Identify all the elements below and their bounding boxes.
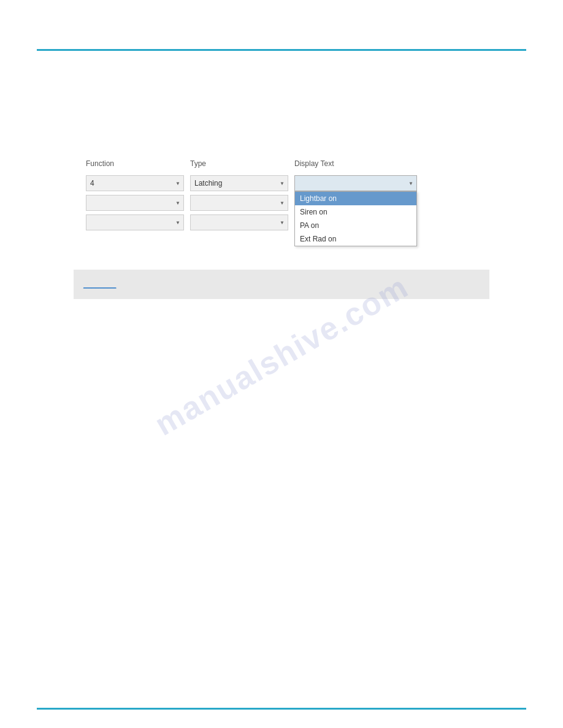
display-text-input-wrapper[interactable] [294, 175, 417, 191]
display-text-dropdown-container[interactable]: Lightbar on Siren on PA on Ext Rad on [294, 175, 417, 191]
display-text-label: Display Text [294, 159, 417, 168]
function-select-wrapper-1[interactable]: 4 1 2 3 5 [86, 175, 184, 191]
function-select-2[interactable]: 1 2 [86, 195, 184, 211]
footer-bar: ________ [74, 270, 489, 299]
type-select-1[interactable]: Latching Momentary Toggle [190, 175, 288, 191]
type-column-header: Type [190, 159, 288, 170]
display-text-dropdown[interactable]: Lightbar on Siren on PA on Ext Rad on [294, 191, 417, 246]
form-row-2: 1 2 Latching Momentary [86, 195, 491, 211]
form-row-1: 4 1 2 3 5 Latching Momentary Toggle [86, 175, 491, 191]
type-select-wrapper-1[interactable]: Latching Momentary Toggle [190, 175, 288, 191]
type-label: Type [190, 159, 288, 168]
dropdown-item-ext-rad-on[interactable]: Ext Rad on [295, 232, 416, 246]
function-select-wrapper-3[interactable]: 1 2 [86, 214, 184, 230]
function-select-wrapper-2[interactable]: 1 2 [86, 195, 184, 211]
function-select-3[interactable]: 1 2 [86, 214, 184, 230]
function-column-header: Function [86, 159, 184, 170]
type-select-2[interactable]: Latching Momentary [190, 195, 288, 211]
top-border-bar [37, 49, 526, 51]
dropdown-item-siren-on[interactable]: Siren on [295, 205, 416, 219]
form-container: Function Type Display Text 4 1 2 3 5 [86, 159, 491, 230]
type-select-wrapper-2[interactable]: Latching Momentary [190, 195, 288, 211]
display-text-input[interactable] [294, 175, 417, 191]
bottom-border-bar [37, 708, 526, 710]
form-row-3: 1 2 Latching Momentary [86, 214, 491, 230]
function-select-1[interactable]: 4 1 2 3 5 [86, 175, 184, 191]
form-headers: Function Type Display Text [86, 159, 491, 170]
type-select-wrapper-3[interactable]: Latching Momentary [190, 214, 288, 230]
dropdown-item-lightbar-on[interactable]: Lightbar on [295, 192, 416, 205]
form-rows: 4 1 2 3 5 Latching Momentary Toggle [86, 175, 491, 230]
display-text-column-header: Display Text [294, 159, 417, 170]
footer-link[interactable]: ________ [83, 280, 116, 289]
dropdown-item-pa-on[interactable]: PA on [295, 219, 416, 232]
function-label: Function [86, 159, 184, 168]
type-select-3[interactable]: Latching Momentary [190, 214, 288, 230]
